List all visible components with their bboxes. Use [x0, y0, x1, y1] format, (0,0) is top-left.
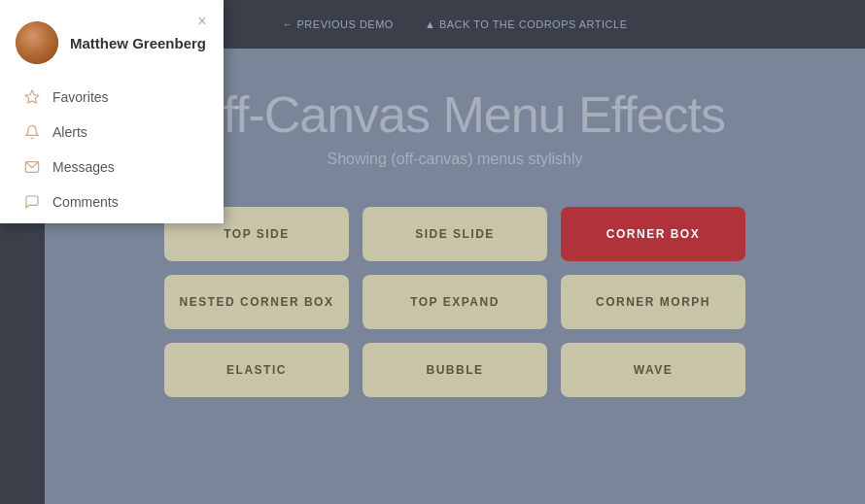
nav-label-favorites: Favorites [52, 89, 109, 105]
demo-button-bubble[interactable]: BUBBLE [363, 343, 547, 397]
close-button[interactable]: × [192, 12, 212, 31]
back-to-article-link[interactable]: ▲ BACK TO THE CODROPS ARTICLE [425, 18, 628, 30]
star-icon [23, 88, 41, 106]
nav-label-alerts: Alerts [52, 124, 87, 140]
nav-item-alerts[interactable]: Alerts [16, 115, 224, 150]
nav-item-favorites[interactable]: Favorites [16, 80, 224, 115]
svg-marker-0 [25, 90, 38, 103]
back-to-article-label: ▲ BACK TO THE CODROPS ARTICLE [425, 18, 628, 30]
nav-label-comments: Comments [52, 194, 119, 210]
demo-buttons-grid: TOP SIDESIDE SLIDECORNER BOXNESTED CORNE… [164, 207, 745, 397]
demo-button-corner-box[interactable]: CORNER BOX [561, 207, 745, 261]
nav-label-messages: Messages [52, 159, 115, 175]
prev-demo-link[interactable]: ← PREVIOUS DEMO [282, 18, 393, 30]
nav-menu: Favorites Alerts Messages [0, 80, 224, 219]
user-name: Matthew Greenberg [70, 35, 206, 51]
demo-button-elastic[interactable]: ELASTIC [164, 343, 349, 397]
nav-item-messages[interactable]: Messages [16, 150, 224, 185]
envelope-icon [23, 158, 41, 176]
demo-button-nested-corner-box[interactable]: NESTED CORNER BOX [164, 275, 349, 329]
demo-button-corner-morph[interactable]: CORNER MORPH [561, 275, 745, 329]
prev-demo-label: ← PREVIOUS DEMO [282, 18, 393, 30]
hero-section: Off-Canvas Menu Effects Showing (off-can… [185, 49, 725, 197]
avatar [16, 21, 58, 64]
demo-button-wave[interactable]: WAVE [561, 343, 745, 397]
bell-icon [23, 123, 41, 141]
demo-button-side-slide[interactable]: SIDE SLIDE [363, 207, 547, 261]
avatar-image [16, 21, 58, 64]
user-profile: Matthew Greenberg [0, 0, 224, 80]
demo-button-top-expand[interactable]: TOP EXPAND [363, 275, 547, 329]
comment-icon [23, 193, 41, 211]
nav-item-comments[interactable]: Comments [16, 185, 224, 219]
hero-subtitle: Showing (off-canvas) menus stylishly [328, 151, 583, 168]
off-canvas-panel: × Matthew Greenberg Favorites Alerts [0, 0, 224, 223]
hero-title: Off-Canvas Menu Effects [185, 87, 725, 143]
